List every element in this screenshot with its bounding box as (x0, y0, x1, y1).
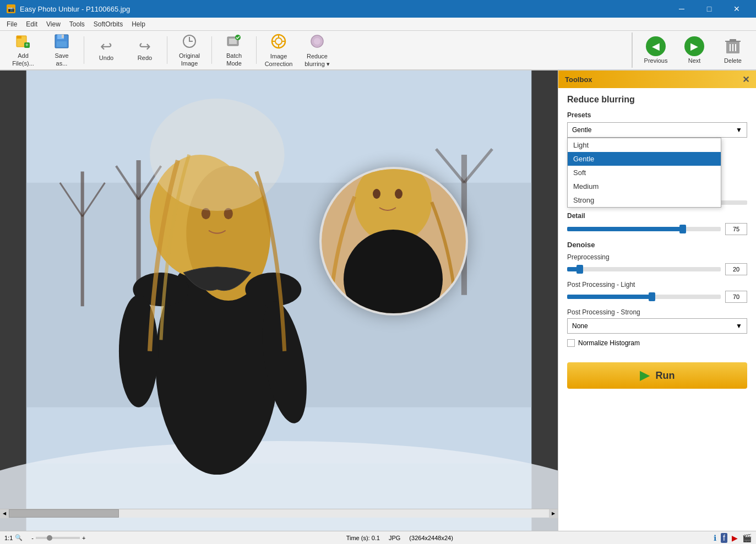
post-light-slider-row: 70 (567, 291, 747, 303)
zoom-slider-group: - + (31, 535, 85, 541)
batch-mode-button[interactable]: Batch Mode (215, 32, 253, 68)
post-light-slider-track[interactable] (567, 295, 721, 299)
facebook-icon[interactable]: f (721, 533, 727, 543)
reduce-blurring-button[interactable]: Reduce blurring ▾ (298, 32, 336, 68)
reduce-blurring-title: Reduce blurring (567, 95, 747, 105)
menu-tools[interactable]: Tools (65, 19, 89, 29)
previous-button[interactable]: ◀ Previous (637, 32, 675, 68)
app-icon: 📷 (7, 4, 15, 13)
next-button[interactable]: ▶ Next (676, 32, 713, 68)
post-strong-arrow: ▼ (736, 322, 742, 330)
menu-file[interactable]: File (2, 19, 21, 29)
toolbox-content: Reduce blurring Presets Gentle ▼ Light (558, 88, 756, 398)
image-correction-button[interactable]: Image Correction (260, 32, 297, 68)
save-label2: as... (56, 60, 68, 67)
post-strong-select[interactable]: None ▼ (567, 318, 747, 334)
close-button[interactable]: ✕ (724, 0, 749, 18)
svg-rect-1 (17, 36, 21, 39)
preprocessing-slider-track[interactable] (567, 267, 721, 271)
toolbox-panel: Toolbox ✕ Reduce blurring Presets Gentle… (558, 70, 756, 531)
original-icon (182, 34, 197, 51)
post-light-section: Post Processing - Light 70 (567, 281, 747, 303)
batch-label2: Mode (226, 60, 242, 67)
redo-label: Redo (138, 55, 152, 61)
batch-label1: Batch (226, 52, 242, 59)
svg-rect-38 (26, 464, 532, 531)
preset-dropdown-arrow: ▼ (736, 126, 742, 134)
zoom-slider[interactable] (36, 537, 80, 539)
options-section: Smooth... Detail (567, 198, 747, 347)
post-strong-value: None (572, 322, 588, 330)
detail-slider-track[interactable] (567, 227, 721, 231)
next-label: Next (688, 57, 701, 64)
play-icon[interactable]: ▶ (732, 534, 738, 542)
zoom-plus[interactable]: + (82, 535, 85, 541)
save-as-button[interactable]: Save as... (43, 32, 80, 68)
original-label2: Image (181, 60, 198, 67)
toolbox-close-button[interactable]: ✕ (742, 74, 749, 85)
preset-option-medium[interactable]: Medium (568, 179, 721, 193)
reduce-blur-label2: blurring ▾ (304, 61, 330, 68)
svg-text:+: + (25, 42, 29, 48)
dimensions-label: (3264x2448x24) (409, 535, 453, 541)
preset-option-soft[interactable]: Soft (568, 166, 721, 179)
scroll-right-arrow[interactable]: ▶ (549, 509, 558, 518)
menu-edit[interactable]: Edit (21, 19, 42, 29)
scroll-track[interactable] (9, 509, 549, 518)
preprocessing-value: 20 (725, 263, 747, 275)
save-label1: Save (55, 52, 68, 59)
maximize-button[interactable]: □ (697, 0, 722, 18)
menu-help[interactable]: Help (127, 19, 150, 29)
preset-option-gentle[interactable]: Gentle (568, 152, 721, 166)
post-light-value: 70 (725, 291, 747, 303)
zoom-minus[interactable]: - (31, 535, 34, 541)
add-files-label2: File(s)... (12, 60, 34, 67)
delete-label: Delete (724, 57, 742, 64)
horizontal-scrollbar[interactable]: ◀ ▶ (0, 509, 558, 518)
preset-selected-value: Gentle (572, 126, 591, 134)
scroll-thumb[interactable] (9, 509, 119, 518)
svg-rect-10 (229, 39, 237, 44)
preprocessing-slider-row: 20 (567, 263, 747, 275)
toolbox-title: Toolbox (565, 75, 592, 84)
add-files-label: Add (18, 52, 29, 59)
menu-view[interactable]: View (42, 19, 65, 29)
scroll-left-arrow[interactable]: ◀ (0, 509, 9, 518)
menu-softorbits[interactable]: SoftOrbits (89, 19, 127, 29)
reduce-blur-label1: Reduce (307, 53, 328, 59)
preset-option-strong[interactable]: Strong (568, 193, 721, 207)
previous-label: Previous (644, 57, 668, 64)
delete-button[interactable]: Delete (714, 32, 752, 68)
toolbox-header: Toolbox ✕ (558, 70, 756, 88)
run-arrow-icon: ▶ (640, 368, 649, 383)
status-right: ℹ f ▶ 🎬 (714, 533, 752, 543)
original-image-button[interactable]: Original Image (171, 32, 208, 68)
presets-label: Presets (567, 111, 747, 119)
preset-option-light[interactable]: Light (568, 138, 721, 152)
post-strong-section: Post Processing - Strong None ▼ (567, 308, 747, 334)
add-files-icon: + (15, 34, 31, 51)
run-button[interactable]: ▶ Run (567, 362, 747, 389)
time-label: Time (s): 0.1 (346, 535, 380, 541)
add-files-button[interactable]: + Add File(s)... (4, 32, 42, 68)
normalize-checkbox[interactable] (567, 339, 575, 347)
undo-button[interactable]: ↩ Undo (88, 32, 125, 68)
status-middle: Time (s): 0.1 JPG (3264x2448x24) (346, 535, 453, 541)
video-icon[interactable]: 🎬 (742, 534, 752, 542)
preset-select[interactable]: Gentle ▼ (567, 122, 747, 138)
image-panel[interactable]: ◀ ▶ (0, 70, 558, 531)
zoom-thumb[interactable] (47, 535, 52, 541)
next-circle: ▶ (684, 36, 704, 56)
undo-label: Undo (99, 55, 113, 61)
detail-section: Detail 75 (567, 212, 747, 235)
zoom-value: 1:1 (4, 535, 13, 541)
denoise-label: Denoise (567, 241, 747, 249)
delete-icon (723, 36, 743, 56)
minimize-button[interactable]: ─ (669, 0, 694, 18)
redo-button[interactable]: ↪ Redo (126, 32, 164, 68)
preprocessing-section: Preprocessing 20 (567, 253, 747, 275)
batch-icon (226, 34, 242, 51)
format-label: JPG (389, 535, 400, 541)
info-icon[interactable]: ℹ (714, 534, 716, 542)
normalize-row: Normalize Histogram (567, 339, 747, 347)
